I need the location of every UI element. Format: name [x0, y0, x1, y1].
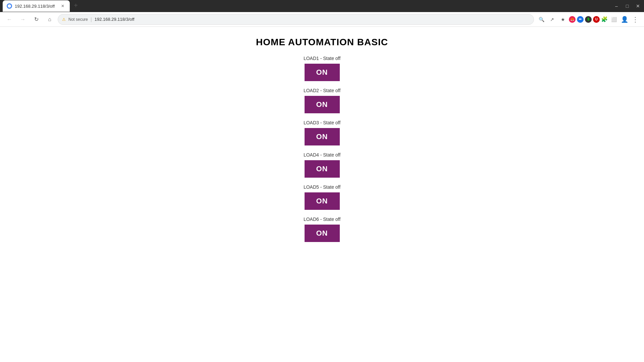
close-window-button[interactable]: ✕ [635, 3, 641, 9]
title-bar: 192.168.29.118/3/off ✕ + – □ ✕ [0, 0, 644, 12]
reload-button[interactable]: ↻ [31, 14, 42, 25]
load-section-2: LOAD2 - State offON [304, 88, 340, 117]
tab-close-button[interactable]: ✕ [60, 3, 66, 9]
separator: | [91, 17, 92, 22]
address-bar[interactable]: ⚠ Not secure | 192.168.29.118/3/off [58, 14, 534, 25]
ext-terminal-icon[interactable]: $ [585, 16, 592, 23]
load-label-5: LOAD5 - State off [304, 184, 340, 190]
favicon-inner [8, 4, 11, 8]
load-on-button-2[interactable]: ON [305, 96, 340, 113]
window-controls: – □ ✕ [613, 3, 641, 9]
page-title: HOME AUTOMATION BASIC [256, 37, 388, 48]
url-text: 192.168.29.118/3/off [95, 17, 135, 22]
bookmark-button[interactable]: ★ [558, 15, 568, 24]
maximize-button[interactable]: □ [624, 3, 631, 9]
load-on-button-1[interactable]: ON [305, 64, 340, 81]
nav-actions: 🔍 ↗ ★ 🦊 ✏ $ U 🧩 ⬜ 👤 ⋮ [537, 15, 640, 24]
ext-ublockorigin-icon[interactable]: U [593, 16, 600, 23]
tab-title: 192.168.29.118/3/off [15, 4, 55, 9]
load-label-6: LOAD6 - State off [304, 217, 340, 222]
menu-button[interactable]: ⋮ [631, 15, 640, 24]
browser-frame: 192.168.29.118/3/off ✕ + – □ ✕ ← → ↻ ⌂ ⚠… [0, 0, 644, 362]
forward-button[interactable]: → [17, 14, 28, 25]
new-tab-button[interactable]: + [71, 1, 80, 10]
home-button[interactable]: ⌂ [44, 14, 55, 25]
load-section-6: LOAD6 - State offON [304, 217, 340, 246]
ext-edit-icon[interactable]: ✏ [577, 16, 584, 23]
security-warning-icon: ⚠ [62, 17, 66, 22]
ext-firefox-icon[interactable]: 🦊 [569, 16, 576, 23]
user-button[interactable]: 👤 [620, 15, 629, 24]
minimize-button[interactable]: – [613, 3, 620, 9]
share-button[interactable]: ↗ [547, 15, 557, 24]
search-button[interactable]: 🔍 [537, 15, 546, 24]
load-on-button-4[interactable]: ON [305, 160, 340, 178]
load-section-4: LOAD4 - State offON [304, 152, 340, 182]
load-label-2: LOAD2 - State off [304, 88, 340, 93]
back-button[interactable]: ← [4, 14, 15, 25]
page-content: HOME AUTOMATION BASIC LOAD1 - State offO… [0, 27, 644, 362]
nav-bar: ← → ↻ ⌂ ⚠ Not secure | 192.168.29.118/3/… [0, 12, 644, 27]
browser-tab[interactable]: 192.168.29.118/3/off ✕ [3, 0, 70, 12]
load-label-4: LOAD4 - State off [304, 152, 340, 158]
load-on-button-6[interactable]: ON [305, 225, 340, 242]
not-secure-label: Not secure [68, 17, 88, 22]
split-view-button[interactable]: ⬜ [609, 15, 619, 24]
ext-puzzle-icon[interactable]: 🧩 [601, 16, 608, 23]
load-section-5: LOAD5 - State offON [304, 184, 340, 214]
tab-area: 192.168.29.118/3/off ✕ + [3, 0, 610, 12]
tab-favicon [7, 3, 12, 9]
load-section-3: LOAD3 - State offON [304, 120, 340, 149]
load-label-3: LOAD3 - State off [304, 120, 340, 125]
load-section-1: LOAD1 - State offON [304, 56, 340, 85]
loads-container: LOAD1 - State offONLOAD2 - State offONLO… [304, 56, 340, 249]
load-on-button-3[interactable]: ON [305, 128, 340, 145]
load-label-1: LOAD1 - State off [304, 56, 340, 61]
load-on-button-5[interactable]: ON [305, 192, 340, 210]
